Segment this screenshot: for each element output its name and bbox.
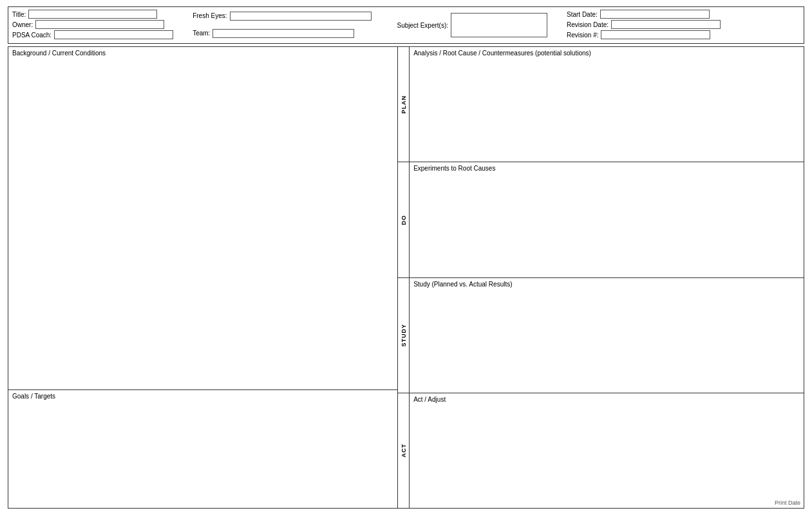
- left-column: Background / Current Conditions Goals / …: [8, 47, 398, 508]
- pdsa-coach-input[interactable]: [54, 30, 173, 39]
- plan-label-cell: PLAN: [398, 47, 409, 162]
- study-label-cell: STUDY: [398, 278, 409, 393]
- analysis-cell: Analysis / Root Cause / Countermeasures …: [410, 47, 804, 162]
- fresh-eyes-input[interactable]: [230, 12, 372, 21]
- main-grid: Background / Current Conditions Goals / …: [8, 46, 804, 509]
- act-cell: Act / Adjust: [410, 393, 804, 508]
- owner-label: Owner:: [12, 21, 33, 28]
- revision-date-row: Revision Date:: [567, 20, 721, 29]
- revision-num-row: Revision #:: [567, 30, 721, 39]
- owner-row: Owner:: [12, 20, 173, 29]
- revision-date-input[interactable]: [611, 20, 721, 29]
- header-section: Title: Owner: PDSA Coach: Fresh Eyes:: [8, 6, 804, 44]
- right-content-column: Analysis / Root Cause / Countermeasures …: [410, 47, 804, 508]
- team-label: Team:: [193, 30, 210, 37]
- owner-input[interactable]: [35, 20, 164, 29]
- start-date-label: Start Date:: [567, 11, 598, 18]
- revision-num-input[interactable]: [601, 30, 710, 39]
- do-label: DO: [401, 215, 407, 225]
- fresh-eyes-label: Fresh Eyes:: [193, 12, 227, 19]
- goals-section: Goals / Targets: [8, 390, 397, 508]
- experiments-cell: Experiments to Root Causes: [410, 162, 804, 277]
- start-date-row: Start Date:: [567, 10, 721, 19]
- subject-expert-input[interactable]: [451, 13, 547, 37]
- plan-label: PLAN: [401, 95, 407, 114]
- header-right: Start Date: Revision Date: Revision #:: [567, 10, 721, 41]
- background-section: Background / Current Conditions: [8, 47, 397, 390]
- goals-title: Goals / Targets: [12, 393, 393, 400]
- study-title: Study (Planned vs. Actual Results): [413, 281, 800, 288]
- pdsa-coach-label: PDSA Coach:: [12, 32, 52, 39]
- pdsa-coach-row: PDSA Coach:: [12, 30, 173, 39]
- team-input[interactable]: [212, 29, 354, 38]
- header-middle: Fresh Eyes: Team:: [193, 10, 377, 41]
- background-title: Background / Current Conditions: [12, 50, 393, 57]
- revision-date-label: Revision Date:: [567, 21, 609, 28]
- title-row: Title:: [12, 10, 173, 19]
- act-label-cell: ACT: [398, 393, 409, 508]
- header-left: Title: Owner: PDSA Coach:: [12, 10, 180, 41]
- print-date-label: Print Date: [775, 500, 800, 506]
- act-label: ACT: [401, 444, 407, 458]
- act-title: Act / Adjust: [413, 396, 800, 403]
- right-section: PLAN DO STUDY ACT Analysis / Root Ca: [398, 47, 804, 508]
- study-cell: Study (Planned vs. Actual Results): [410, 278, 804, 393]
- title-input[interactable]: [28, 10, 157, 19]
- study-label: STUDY: [401, 324, 407, 347]
- team-row: Team:: [193, 29, 371, 38]
- do-label-cell: DO: [398, 162, 409, 277]
- revision-num-label: Revision #:: [567, 32, 598, 39]
- pdsa-labels-column: PLAN DO STUDY ACT: [398, 47, 410, 508]
- subject-expert-label: Subject Expert(s):: [397, 22, 448, 29]
- fresh-eyes-row: Fresh Eyes:: [193, 12, 371, 21]
- title-label: Title:: [12, 11, 26, 18]
- start-date-input[interactable]: [600, 10, 710, 19]
- analysis-title: Analysis / Root Cause / Countermeasures …: [413, 50, 800, 57]
- experiments-title: Experiments to Root Causes: [413, 165, 800, 172]
- header-subject: Subject Expert(s):: [391, 10, 554, 41]
